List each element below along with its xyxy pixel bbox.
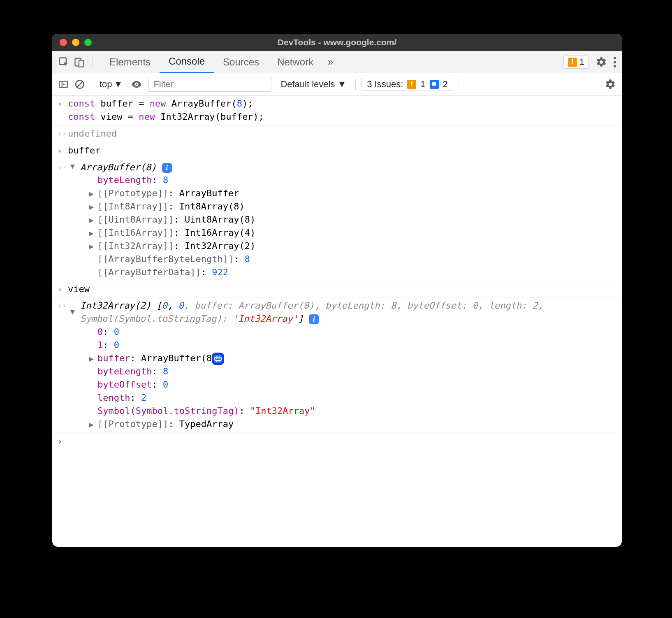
expand-toggle-icon[interactable]: ▶ (89, 419, 97, 430)
levels-label: Default levels (280, 79, 335, 90)
console-return-row: ‹· ▼ ArrayBuffer(8) i byteLength: 8 ▶[[P… (52, 159, 622, 281)
expand-toggle-icon[interactable]: ▶ (89, 241, 97, 252)
inspect-icon[interactable] (58, 56, 70, 68)
object-property[interactable]: byteLength: 8 (89, 365, 616, 378)
context-selector[interactable]: top ▼ (97, 79, 125, 90)
tab-console[interactable]: Console (160, 51, 214, 73)
warning-icon: ! (407, 80, 416, 89)
input-prompt-icon: › (57, 98, 62, 110)
device-icon[interactable] (74, 56, 85, 68)
issues-info-count: 2 (443, 79, 448, 90)
expand-toggle-icon[interactable]: ▶ (89, 215, 97, 225)
sidebar-toggle-icon[interactable] (58, 79, 69, 90)
return-prompt-icon: ‹· (57, 128, 67, 140)
issues-label: 3 Issues: (367, 79, 403, 90)
object-property[interactable]: ▶[[Uint8Array]]: Uint8Array(8) (89, 213, 616, 226)
input-text: buffer (68, 145, 100, 156)
object-property[interactable]: ▶buffer: ArrayBuffer(8 (89, 352, 616, 365)
object-preview[interactable]: ArrayBuffer(8) (80, 162, 156, 172)
expand-toggle-icon[interactable]: ▶ (89, 202, 97, 212)
info-icon (430, 80, 439, 89)
return-value: undefined (68, 128, 117, 139)
chevron-down-icon: ▼ (337, 79, 346, 90)
console-output: › const buffer = new ArrayBuffer(8); con… (52, 95, 622, 449)
info-badge-icon[interactable]: i (162, 163, 172, 173)
svg-point-3 (614, 57, 616, 59)
object-property[interactable]: length: 2 (89, 391, 616, 404)
object-property[interactable]: ▶[[Int32Array]]: Int32Array(2) (89, 239, 616, 253)
expand-toggle-icon[interactable]: ▶ (89, 228, 97, 239)
warning-badge[interactable]: ! 1 (563, 56, 589, 69)
svg-rect-14 (219, 358, 220, 359)
console-settings-icon[interactable] (605, 79, 616, 90)
svg-rect-2 (79, 60, 84, 67)
input-prompt-icon: › (57, 145, 62, 157)
issues-badge[interactable]: 3 Issues: ! 1 2 (361, 78, 453, 91)
svg-point-5 (614, 65, 616, 67)
tab-elements[interactable]: Elements (100, 51, 160, 73)
tab-sources[interactable]: Sources (214, 51, 268, 73)
live-expression-icon[interactable] (131, 79, 142, 90)
tab-network[interactable]: Network (268, 51, 322, 73)
info-badge-icon[interactable]: i (309, 314, 319, 324)
tab-bar: Elements Console Sources Network » ! 1 (52, 51, 622, 73)
expand-toggle-icon[interactable]: ▶ (89, 353, 97, 364)
object-property[interactable]: [[ArrayBufferData]]: 922 (89, 266, 616, 279)
devtools-window: DevTools - www.google.com/ Elements Cons… (52, 34, 622, 547)
console-input-row[interactable]: › const buffer = new ArrayBuffer(8); con… (52, 95, 622, 125)
svg-rect-13 (218, 358, 218, 359)
console-prompt-row[interactable]: › (52, 432, 622, 449)
window-title: DevTools - www.google.com/ (52, 37, 622, 47)
object-property[interactable]: [[ArrayBufferByteLength]]: 8 (89, 253, 616, 266)
object-property[interactable]: ▶[[Prototype]]: ArrayBuffer (89, 187, 616, 200)
warning-count: 1 (579, 57, 584, 67)
svg-rect-10 (432, 82, 436, 86)
context-label: top (100, 79, 112, 90)
input-text: view (68, 284, 90, 294)
svg-point-4 (614, 61, 616, 63)
titlebar: DevTools - www.google.com/ (52, 34, 622, 51)
object-property[interactable]: byteLength: 8 (89, 174, 616, 187)
input-prompt-icon: › (57, 435, 63, 448)
expand-toggle-icon[interactable]: ▶ (89, 188, 97, 199)
object-property[interactable]: 0: 0 (89, 325, 616, 339)
memory-inspector-icon[interactable] (212, 353, 224, 365)
console-input-row[interactable]: › buffer (52, 142, 622, 159)
svg-point-9 (136, 83, 138, 85)
warning-icon: ! (568, 58, 577, 67)
tabs-overflow-icon[interactable]: » (322, 51, 338, 73)
clear-console-icon[interactable] (74, 79, 85, 90)
chevron-down-icon: ▼ (114, 79, 123, 90)
kebab-icon[interactable] (614, 57, 616, 67)
filter-input[interactable] (148, 77, 271, 92)
return-prompt-icon: ‹· (57, 162, 67, 174)
svg-line-8 (77, 81, 83, 87)
object-property[interactable]: byteOffset: 0 (89, 378, 616, 391)
return-prompt-icon: ‹· (57, 300, 67, 312)
object-property[interactable]: ▶[[Prototype]]: TypedArray (89, 418, 616, 431)
svg-rect-12 (216, 358, 217, 359)
console-input-row[interactable]: › view (52, 281, 622, 298)
expand-toggle-icon[interactable]: ▼ (70, 161, 75, 172)
object-property[interactable]: Symbol(Symbol.toStringTag): "Int32Array" (89, 404, 616, 418)
object-property[interactable]: ▶[[Int8Array]]: Int8Array(8) (89, 200, 616, 213)
console-return-row: ‹· ▼ Int32Array(2) [0, 0, buffer: ArrayB… (52, 297, 622, 432)
log-levels-selector[interactable]: Default levels ▼ (277, 79, 350, 90)
settings-icon[interactable] (596, 56, 607, 68)
object-property[interactable]: ▶[[Int16Array]]: Int16Array(4) (89, 226, 616, 239)
object-property[interactable]: 1: 0 (89, 339, 616, 352)
expand-toggle-icon[interactable]: ▼ (70, 307, 75, 317)
console-return-row: ‹· undefined (52, 125, 622, 142)
issues-warn-count: 1 (420, 79, 425, 90)
console-toolbar: top ▼ Default levels ▼ 3 Issues: ! 1 2 (52, 73, 622, 95)
input-prompt-icon: › (57, 283, 62, 295)
